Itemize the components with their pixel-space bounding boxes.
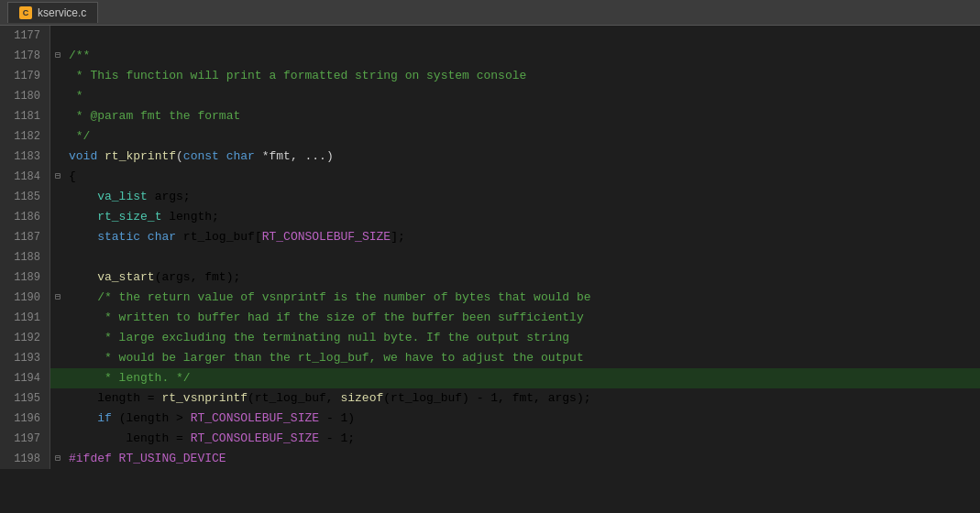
- code-text: {: [65, 167, 980, 187]
- code-text: /**: [65, 46, 980, 66]
- fold-indicator[interactable]: [50, 247, 65, 267]
- line-number: 1180: [0, 86, 50, 106]
- code-text: * length. */: [65, 368, 980, 388]
- code-line: 1187 static char rt_log_buf[RT_CONSOLEBU…: [0, 227, 980, 247]
- line-number: 1198: [0, 449, 50, 469]
- code-line: 1178⊟/**: [0, 46, 980, 66]
- line-number: 1189: [0, 267, 50, 288]
- code-text: /* the return value of vsnprintf is the …: [65, 288, 980, 308]
- line-number: 1188: [0, 247, 50, 267]
- title-bar: C kservice.c: [0, 0, 980, 26]
- code-line: 1197 length = RT_CONSOLEBUF_SIZE - 1;: [0, 429, 980, 449]
- fold-indicator[interactable]: [50, 388, 65, 409]
- fold-indicator[interactable]: [50, 308, 65, 328]
- line-number: 1192: [0, 328, 50, 348]
- code-text: * would be larger than the rt_log_buf, w…: [65, 348, 980, 368]
- fold-indicator[interactable]: [50, 26, 65, 46]
- code-text: va_start(args, fmt);: [65, 267, 980, 288]
- code-text: static char rt_log_buf[RT_CONSOLEBUF_SIZ…: [65, 227, 980, 247]
- code-text: rt_size_t length;: [65, 207, 980, 227]
- line-number: 1177: [0, 26, 50, 46]
- fold-indicator[interactable]: [50, 106, 65, 126]
- line-number: 1179: [0, 66, 50, 86]
- code-line: 1195 length = rt_vsnprintf(rt_log_buf, s…: [0, 388, 980, 409]
- code-line: 1183 void rt_kprintf(const char *fmt, ..…: [0, 147, 980, 167]
- line-number: 1178: [0, 46, 50, 66]
- file-type-icon: C: [19, 6, 32, 19]
- code-line: 1182 */: [0, 126, 980, 147]
- line-number: 1181: [0, 106, 50, 126]
- line-number: 1186: [0, 207, 50, 227]
- code-text: * written to buffer had if the size of t…: [65, 308, 980, 328]
- code-line: 1180 *: [0, 86, 980, 106]
- code-text: if (length > RT_CONSOLEBUF_SIZE - 1): [65, 409, 980, 429]
- fold-indicator[interactable]: [50, 147, 65, 167]
- code-text: va_list args;: [65, 187, 980, 207]
- file-tab[interactable]: C kservice.c: [7, 2, 98, 23]
- line-number: 1193: [0, 348, 50, 368]
- fold-indicator[interactable]: [50, 227, 65, 247]
- fold-indicator[interactable]: [50, 429, 65, 449]
- line-number: 1191: [0, 308, 50, 328]
- code-line: 1191 * written to buffer had if the size…: [0, 308, 980, 328]
- code-text: length = rt_vsnprintf(rt_log_buf, sizeof…: [65, 388, 980, 409]
- line-number: 1183: [0, 147, 50, 167]
- fold-indicator[interactable]: [50, 267, 65, 288]
- fold-indicator[interactable]: [50, 409, 65, 429]
- line-number: 1197: [0, 429, 50, 449]
- fold-indicator[interactable]: [50, 126, 65, 147]
- code-line: 1194 * length. */: [0, 368, 980, 388]
- line-number: 1195: [0, 388, 50, 409]
- line-number: 1184: [0, 167, 50, 187]
- code-text: * large excluding the terminating null b…: [65, 328, 980, 348]
- code-line: 1190⊟ /* the return value of vsnprintf i…: [0, 288, 980, 308]
- code-line: 1192 * large excluding the terminating n…: [0, 328, 980, 348]
- code-line: 1188: [0, 247, 980, 267]
- code-editor: 1177 1178⊟/**1179 * This function will p…: [0, 26, 980, 513]
- code-line: 1196 if (length > RT_CONSOLEBUF_SIZE - 1…: [0, 409, 980, 429]
- code-line: 1189 va_start(args, fmt);: [0, 267, 980, 288]
- fold-indicator[interactable]: [50, 328, 65, 348]
- fold-indicator[interactable]: [50, 187, 65, 207]
- code-line: 1177: [0, 26, 980, 46]
- code-text: [65, 247, 980, 267]
- line-number: 1187: [0, 227, 50, 247]
- code-line: 1179 * This function will print a format…: [0, 66, 980, 86]
- code-text: * @param fmt the format: [65, 106, 980, 126]
- code-text: void rt_kprintf(const char *fmt, ...): [65, 147, 980, 167]
- line-number: 1185: [0, 187, 50, 207]
- code-text: *: [65, 86, 980, 106]
- fold-indicator[interactable]: [50, 348, 65, 368]
- code-line: 1184⊟{: [0, 167, 980, 187]
- line-number: 1182: [0, 126, 50, 147]
- tab-label: kservice.c: [38, 6, 86, 19]
- fold-indicator[interactable]: [50, 86, 65, 106]
- code-area: 1177 1178⊟/**1179 * This function will p…: [0, 26, 980, 513]
- code-line: 1198⊟#ifdef RT_USING_DEVICE: [0, 449, 980, 469]
- line-number: 1194: [0, 368, 50, 388]
- code-line: 1185 va_list args;: [0, 187, 980, 207]
- code-text: [65, 26, 980, 46]
- fold-indicator[interactable]: ⊟: [50, 288, 65, 308]
- code-text: length = RT_CONSOLEBUF_SIZE - 1;: [65, 429, 980, 449]
- code-text: */: [65, 126, 980, 147]
- fold-indicator[interactable]: [50, 368, 65, 388]
- code-text: #ifdef RT_USING_DEVICE: [65, 449, 980, 469]
- line-number: 1190: [0, 288, 50, 308]
- fold-indicator[interactable]: [50, 207, 65, 227]
- fold-indicator[interactable]: ⊟: [50, 46, 65, 66]
- fold-indicator[interactable]: ⊟: [50, 167, 65, 187]
- fold-indicator[interactable]: [50, 66, 65, 86]
- code-content: 1177 1178⊟/**1179 * This function will p…: [0, 26, 980, 513]
- fold-indicator[interactable]: ⊟: [50, 449, 65, 469]
- code-line: 1186 rt_size_t length;: [0, 207, 980, 227]
- code-line: 1193 * would be larger than the rt_log_b…: [0, 348, 980, 368]
- code-line: 1181 * @param fmt the format: [0, 106, 980, 126]
- line-number: 1196: [0, 409, 50, 429]
- code-text: * This function will print a formatted s…: [65, 66, 980, 86]
